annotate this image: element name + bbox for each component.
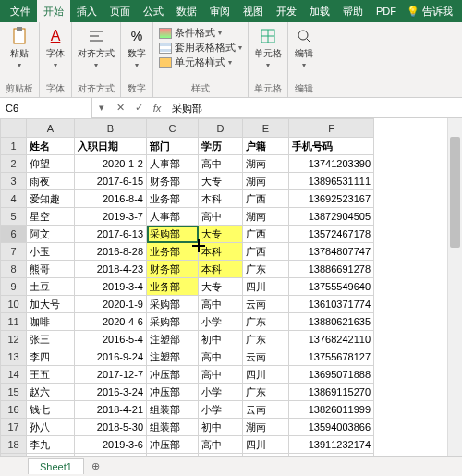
row-header[interactable]: 13 <box>1 348 27 366</box>
menu-tab-页面[interactable]: 页面 <box>103 0 137 22</box>
namebox-dropdown[interactable]: ▾ <box>92 102 111 114</box>
cell[interactable]: 2019-3-6 <box>75 436 147 454</box>
cell-style-button[interactable]: 单元格样式 ▾ <box>159 55 232 69</box>
cell[interactable]: 2016-8-28 <box>75 243 147 261</box>
cell[interactable]: 广东 <box>243 261 289 278</box>
cell[interactable]: 星空 <box>27 208 75 226</box>
row-header[interactable]: 12 <box>1 331 27 348</box>
cell[interactable]: 2020-1-2 <box>75 155 147 173</box>
vertical-scrollbar[interactable] <box>447 118 462 456</box>
cell[interactable]: 2020-1-9 <box>75 296 147 313</box>
cell[interactable]: 初中 <box>199 419 243 436</box>
cell[interactable]: 冲压部 <box>147 436 199 454</box>
cell[interactable]: 高中 <box>199 348 243 366</box>
row-header[interactable]: 17 <box>1 419 27 436</box>
row-header[interactable]: 11 <box>1 313 27 331</box>
cell[interactable]: 13880621635 <box>289 313 374 331</box>
header-cell[interactable]: 姓名 <box>27 138 75 155</box>
menu-tab-插入[interactable]: 插入 <box>70 0 103 22</box>
col-header-C[interactable]: C <box>147 119 199 138</box>
cell[interactable]: 高中 <box>199 296 243 313</box>
header-cell[interactable]: 学历 <box>199 138 243 155</box>
cell[interactable]: 高中 <box>199 155 243 173</box>
cell[interactable]: 2019-3-4 <box>75 278 147 296</box>
cell[interactable]: 王五 <box>27 366 75 384</box>
menu-tab-加载[interactable]: 加载 <box>303 0 336 22</box>
cell[interactable]: 2018-5-30 <box>75 419 147 436</box>
header-cell[interactable]: 户籍 <box>243 138 289 155</box>
cell[interactable]: 采购部 <box>147 226 199 243</box>
menu-tab-数据[interactable]: 数据 <box>170 0 203 22</box>
cell[interactable]: 阿文 <box>27 226 75 243</box>
row-header[interactable]: 18 <box>1 436 27 454</box>
row-header[interactable]: 5 <box>1 208 27 226</box>
cell[interactable]: 咖啡 <box>27 313 75 331</box>
conditional-format-button[interactable]: 条件格式 ▾ <box>159 26 222 40</box>
cell[interactable]: 业务部 <box>147 190 199 208</box>
cell[interactable]: 湖南 <box>243 208 289 226</box>
cell[interactable]: 13784807747 <box>289 243 374 261</box>
cell[interactable]: 四川 <box>243 366 289 384</box>
cell[interactable]: 高中 <box>199 366 243 384</box>
cell[interactable]: 广西 <box>243 190 289 208</box>
cell[interactable]: 小学 <box>199 313 243 331</box>
cell[interactable]: 采购部 <box>147 313 199 331</box>
cell[interactable]: 13572467178 <box>289 226 374 243</box>
menu-tab-审阅[interactable]: 审阅 <box>203 0 237 22</box>
cell[interactable]: 2018-4-21 <box>75 401 147 419</box>
grid[interactable]: ABCDEF1姓名入职日期部门学历户籍手机号码2仰望2020-1-2人事部高中湖… <box>0 118 462 458</box>
cell[interactable]: 13692523167 <box>289 190 374 208</box>
cell[interactable]: 组装部 <box>147 419 199 436</box>
row-header[interactable]: 9 <box>1 278 27 296</box>
cell[interactable]: 注塑部 <box>147 331 199 348</box>
cell[interactable]: 财务部 <box>147 173 199 190</box>
cell[interactable]: 湖南 <box>243 419 289 436</box>
cell[interactable]: 小玉 <box>27 243 75 261</box>
cell[interactable]: 仰望 <box>27 155 75 173</box>
cell[interactable]: 2017-12-7 <box>75 366 147 384</box>
menu-tab-PDF[interactable]: PDF <box>370 0 403 22</box>
cell[interactable]: 业务部 <box>147 243 199 261</box>
fx-icon[interactable]: fx <box>148 103 166 114</box>
number-button[interactable]: % 数字 ▾ <box>127 26 147 69</box>
cell[interactable]: 组装部 <box>147 401 199 419</box>
cell[interactable]: 财务部 <box>147 261 199 278</box>
cell[interactable]: 人事部 <box>147 155 199 173</box>
cell[interactable]: 冲压部 <box>147 366 199 384</box>
menu-tab-视图[interactable]: 视图 <box>237 0 270 22</box>
menu-tab-开发[interactable]: 开发 <box>270 0 303 22</box>
row-header[interactable]: 1 <box>1 138 27 155</box>
sheet-tab[interactable]: Sheet1 <box>28 458 84 474</box>
cell[interactable]: 雨夜 <box>27 173 75 190</box>
font-button[interactable]: A 字体 ▾ <box>45 26 66 69</box>
cell[interactable]: 四川 <box>243 436 289 454</box>
cell[interactable]: 小学 <box>199 384 243 401</box>
cell[interactable]: 高中 <box>199 208 243 226</box>
cell[interactable]: 13755678127 <box>289 348 374 366</box>
cell[interactable]: 李四 <box>27 348 75 366</box>
tell-me-button[interactable]: 💡告诉我 <box>407 5 453 18</box>
cell[interactable]: 加大号 <box>27 296 75 313</box>
row-header[interactable]: 15 <box>1 384 27 401</box>
add-sheet-button[interactable]: ⊕ <box>84 458 107 474</box>
table-format-button[interactable]: 套用表格格式 ▾ <box>159 41 242 55</box>
cell[interactable]: 李九 <box>27 436 75 454</box>
cell[interactable]: 13826011999 <box>289 401 374 419</box>
cell[interactable]: 本科 <box>199 261 243 278</box>
header-cell[interactable]: 部门 <box>147 138 199 155</box>
row-header[interactable]: 4 <box>1 190 27 208</box>
menu-tab-公式[interactable]: 公式 <box>137 0 170 22</box>
editing-button[interactable]: 编辑 ▾ <box>294 26 314 69</box>
paste-button[interactable]: 粘贴 ▾ <box>9 26 30 69</box>
cell[interactable]: 13869115270 <box>289 384 374 401</box>
cell[interactable]: 13886691278 <box>289 261 374 278</box>
cell[interactable]: 13755549640 <box>289 278 374 296</box>
cell[interactable]: 13610371774 <box>289 296 374 313</box>
cell[interactable]: 13741203390 <box>289 155 374 173</box>
align-button[interactable]: 对齐方式 ▾ <box>78 26 115 69</box>
cell[interactable]: 本科 <box>199 190 243 208</box>
row-header[interactable]: 8 <box>1 261 27 278</box>
row-header[interactable]: 10 <box>1 296 27 313</box>
cell[interactable]: 云南 <box>243 401 289 419</box>
cell[interactable]: 四川 <box>243 278 289 296</box>
